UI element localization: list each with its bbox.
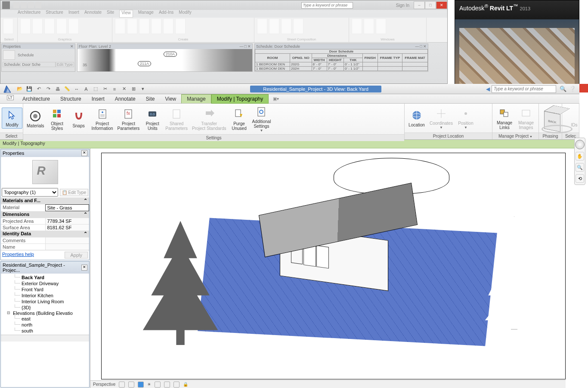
purge-unused-button[interactable]: Purge Unused (229, 107, 249, 132)
qat-3d-icon[interactable]: ⬚ (91, 85, 100, 93)
vc-style-icon[interactable] (138, 382, 144, 388)
tree-item[interactable]: Front Yard (3, 286, 87, 293)
keyword-search-input[interactable] (492, 85, 556, 93)
tree-item[interactable]: Interior Living Room (3, 299, 87, 305)
steering-wheel-icon[interactable] (575, 140, 585, 149)
tree-item[interactable]: south (3, 328, 87, 334)
browser-scrollbar[interactable] (1, 335, 89, 342)
tab-site[interactable]: Site (141, 95, 160, 103)
vc-hide-icon[interactable] (173, 382, 179, 388)
modify-button[interactable]: Modify (2, 108, 22, 129)
vc-scale-icon[interactable] (119, 382, 125, 388)
tree-item-backyard[interactable]: Back Yard (3, 274, 87, 280)
tab-modify-topography[interactable]: Modify | Topography (211, 94, 269, 104)
tab-overflow-icon[interactable]: ▣▾ (273, 96, 279, 101)
material-value[interactable]: Site - Grass (45, 204, 90, 211)
bg-titlebar: Sign In – □ ✕ (0, 0, 447, 10)
qat-open-icon[interactable]: 📂 (15, 85, 24, 93)
project-parameters-button[interactable]: fxProject Parameters (116, 107, 142, 132)
drawing-canvas[interactable] (101, 153, 566, 379)
viewport[interactable]: Perspective ☀ 🔒 (90, 148, 579, 388)
materials-button[interactable]: Materials (25, 109, 46, 129)
qat-close-icon[interactable]: ✕ (120, 85, 128, 93)
tab-architecture[interactable]: Architecture (17, 95, 55, 103)
edit-type-button[interactable]: 📋 Edit Type (60, 189, 88, 196)
search-icon[interactable]: 🔍 (560, 86, 566, 92)
collapse-icon[interactable]: ⌃ (84, 231, 87, 237)
qat-print-icon[interactable]: 🖶 (53, 85, 62, 93)
qat-switch-icon[interactable]: ⊞ (129, 85, 138, 93)
cursor-icon (6, 109, 19, 122)
svg-rect-26 (522, 110, 530, 116)
qat-section-icon[interactable]: ✂ (101, 85, 109, 93)
bg-maximize[interactable]: □ (425, 1, 436, 9)
qat-text-icon[interactable]: A (82, 85, 90, 93)
type-selector[interactable]: Topography (1) (2, 188, 58, 197)
tab-manage[interactable]: Manage (181, 94, 211, 103)
qat-measure-icon[interactable]: 📏 (63, 85, 71, 93)
project-browser: Residential_Sample_Project - Projec...✕ … (0, 261, 90, 388)
comments-value[interactable] (45, 237, 90, 243)
properties-close-icon[interactable]: ✕ (81, 150, 87, 156)
bg-signin[interactable]: Sign In (396, 3, 409, 8)
bg-minimize[interactable]: – (414, 1, 425, 9)
tab-insert[interactable]: Insert (87, 95, 110, 103)
qat-thin-icon[interactable]: ≡ (110, 85, 119, 93)
vc-crop-icon[interactable] (164, 382, 170, 388)
properties-help-link[interactable]: Properties help (2, 252, 34, 259)
tree-item[interactable]: Interior Kitchen (3, 293, 87, 299)
location-button[interactable]: Location (406, 108, 427, 128)
vc-lock-icon[interactable]: 🔒 (183, 382, 188, 387)
view-mode[interactable]: Perspective (93, 382, 115, 387)
svg-rect-15 (235, 110, 241, 117)
qat-redo-icon[interactable]: ↷ (44, 85, 53, 93)
tree-group-elevations[interactable]: Elevations (Building Elevatio (3, 311, 87, 316)
snaps-button[interactable]: Snaps (68, 109, 89, 129)
name-value[interactable] (45, 244, 90, 250)
app-menu-icon[interactable] (1, 84, 14, 94)
project-info-button[interactable]: Project Information (90, 107, 115, 132)
project-units-button[interactable]: 0.0Project Units (142, 107, 163, 132)
svg-point-7 (102, 111, 103, 113)
apply-button[interactable]: Apply (65, 252, 88, 259)
tree-item[interactable]: Exterior Driveway (3, 280, 87, 286)
vc-shadows-icon[interactable] (155, 382, 161, 388)
qat-undo-icon[interactable]: ↶ (34, 85, 43, 93)
vc-detail-icon[interactable] (128, 382, 134, 388)
browser-close-icon[interactable]: ✕ (81, 265, 87, 271)
qat-dd-icon[interactable]: ▾ (139, 85, 147, 93)
help-icon[interactable]: ❔ (569, 86, 576, 92)
tree-item[interactable]: east (3, 316, 87, 322)
qat-dim-icon[interactable]: ↔ (72, 85, 81, 93)
tab-structure[interactable]: Structure (55, 95, 87, 103)
bg-close[interactable]: ✕ (436, 1, 447, 9)
qat-save-icon[interactable]: 💾 (25, 85, 34, 93)
pan-icon[interactable]: ✋ (576, 152, 584, 160)
svg-rect-2 (53, 110, 56, 113)
transfer-icon (203, 108, 216, 120)
zoom-icon[interactable]: 🔍 (576, 163, 584, 172)
bg-keyword-input[interactable] (301, 2, 353, 9)
object-styles-icon (51, 108, 64, 120)
manage-links-button[interactable]: Manage Links (494, 106, 515, 131)
tab-annotate[interactable]: Annotate (110, 95, 141, 103)
lt-badge: LT (7, 95, 14, 100)
svg-rect-14 (173, 110, 180, 118)
collapse-icon[interactable]: ⌃ (84, 212, 87, 217)
orbit-icon[interactable]: ⟲ (576, 174, 584, 183)
manage-images-button: Manage Images (516, 106, 536, 131)
transfer-standards-button: Transfer Project Standards (190, 107, 228, 132)
tab-view[interactable]: View (160, 95, 181, 103)
vc-sun-icon[interactable]: ☀ (147, 382, 151, 387)
location-icon (410, 109, 423, 122)
additional-settings-button[interactable]: Additional Settings▼ (250, 105, 272, 133)
main-window: 📂 💾 ↶ ↷ 🖶 📏 ↔ A ⬚ ✂ ≡ ✕ ⊞ ▾ Residential_… (0, 84, 579, 388)
tree-item[interactable]: {3D} (3, 305, 87, 311)
coordinates-icon (435, 107, 448, 120)
tree-item[interactable]: north (3, 322, 87, 328)
object-styles-button[interactable]: Object Styles (47, 107, 68, 132)
bg-schedule-panel: Schedule: Door Schedule—□✕ Door Schedule… (254, 43, 428, 72)
bg-properties-panel: Properties✕ Schedule Schedule: Door Sche… (1, 43, 75, 72)
collapse-icon[interactable]: ⌃ (84, 198, 87, 203)
viewcube[interactable]: LEFT BACK (543, 108, 571, 135)
